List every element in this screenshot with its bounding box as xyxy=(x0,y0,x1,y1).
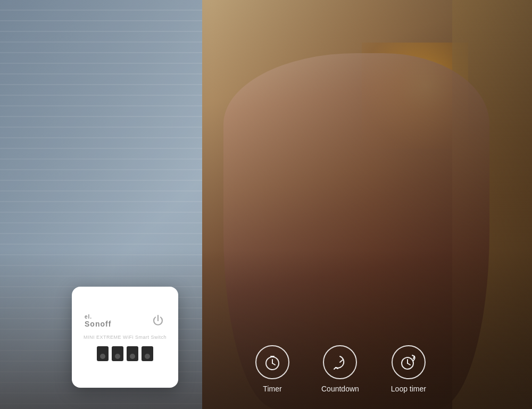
loop-timer-item[interactable]: Loop timer xyxy=(391,345,426,393)
terminal-3 xyxy=(127,346,138,361)
loop-timer-icon xyxy=(400,353,418,371)
timer-label: Timer xyxy=(263,385,281,393)
device-card: el. Sonoff MINI EXTREME WiFi Smart Switc… xyxy=(72,287,178,388)
terminal-1 xyxy=(97,346,109,361)
brand-name-text: Sonoff xyxy=(85,320,111,328)
countdown-label: Countdown xyxy=(321,385,359,393)
svg-line-4 xyxy=(340,360,343,362)
loop-timer-label: Loop timer xyxy=(391,385,426,393)
device-terminals xyxy=(97,346,153,361)
svg-line-7 xyxy=(408,363,410,365)
countdown-icon xyxy=(331,353,349,371)
terminal-2 xyxy=(112,346,123,361)
timer-item[interactable]: Timer xyxy=(255,345,289,393)
sonoff-logo: el. Sonoff xyxy=(85,314,111,328)
countdown-item[interactable]: Countdown xyxy=(321,345,359,393)
svg-line-2 xyxy=(272,363,275,365)
icons-bar: Timer Countdown xyxy=(255,345,426,393)
loop-timer-icon-circle xyxy=(392,345,426,379)
timer-icon-circle xyxy=(255,345,289,379)
countdown-icon-circle xyxy=(323,345,357,379)
power-icon xyxy=(151,313,165,328)
terminal-4 xyxy=(142,346,153,361)
timer-icon xyxy=(263,353,281,371)
brand-top-text: el. xyxy=(85,314,92,320)
device-model-label: MINI EXTREME WiFi Smart Switch xyxy=(84,335,167,340)
device-card-top: el. Sonoff xyxy=(80,313,170,328)
